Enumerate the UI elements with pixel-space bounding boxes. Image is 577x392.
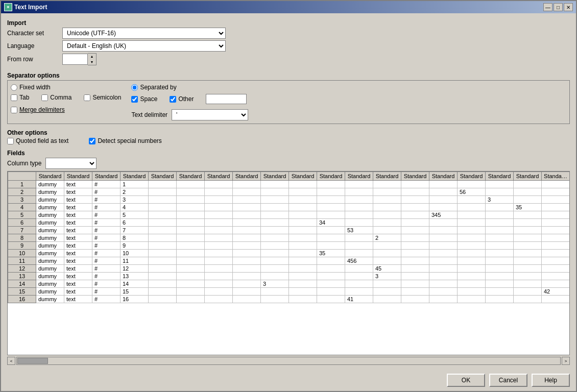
table-cell	[486, 181, 514, 188]
semicolon-checkbox[interactable]	[84, 94, 90, 101]
table-cell	[149, 196, 177, 204]
table-cell: #	[92, 250, 121, 257]
table-cell	[401, 242, 429, 250]
help-button[interactable]: Help	[532, 374, 570, 387]
table-cell: 10	[121, 250, 149, 257]
language-select[interactable]: Default - English (UK)	[62, 40, 226, 52]
text-delimiter-select[interactable]: '	[172, 109, 248, 120]
col-header-3: Standard	[92, 172, 121, 181]
data-table-container[interactable]: Standard Standard Standard Standard Stan…	[7, 171, 570, 355]
cancel-button[interactable]: Cancel	[489, 374, 527, 387]
table-cell: 9	[121, 242, 149, 250]
table-cell	[401, 227, 429, 234]
table-cell	[289, 219, 317, 227]
table-cell	[429, 227, 458, 234]
titlebar: ✦ Text Import — □ ✕	[1, 1, 576, 13]
table-cell	[429, 265, 458, 273]
table-cell	[514, 280, 542, 288]
horizontal-scrollbar[interactable]	[16, 357, 561, 365]
table-cell: #	[92, 181, 121, 188]
detect-special-checkbox[interactable]	[89, 138, 95, 144]
table-cell: dummy	[36, 188, 64, 196]
table-cell	[289, 196, 317, 204]
table-cell	[486, 288, 514, 296]
table-cell: 12	[121, 265, 149, 273]
table-cell	[177, 219, 205, 227]
fixed-width-radio[interactable]	[11, 84, 17, 91]
row-number: 16	[8, 296, 36, 303]
table-cell	[261, 227, 289, 234]
scroll-left-button[interactable]: <	[7, 357, 15, 365]
comma-checkbox[interactable]	[41, 94, 48, 101]
close-button[interactable]: ✕	[564, 3, 573, 11]
spinner-down[interactable]: ▼	[88, 59, 96, 65]
character-set-select[interactable]: Unicode (UTF-16)	[62, 28, 226, 39]
table-cell	[261, 188, 289, 196]
table-row: 12dummytext#1245	[8, 265, 570, 273]
import-section-label: Import	[7, 19, 570, 27]
col-header-1: Standard	[36, 172, 64, 181]
other-value-input[interactable]: ' '	[206, 94, 247, 104]
table-cell	[149, 188, 177, 196]
ok-button[interactable]: OK	[447, 374, 485, 387]
table-cell	[486, 227, 514, 234]
space-checkbox[interactable]	[131, 96, 138, 103]
table-cell	[542, 280, 570, 288]
table-cell	[149, 234, 177, 242]
main-content: Import Character set Unicode (UTF-16) La…	[1, 13, 576, 370]
table-cell	[289, 296, 317, 303]
separated-by-radio[interactable]	[131, 84, 138, 91]
tab-checkbox[interactable]	[11, 94, 17, 101]
table-cell	[458, 280, 486, 288]
table-cell	[261, 219, 289, 227]
other-checkbox[interactable]	[170, 96, 176, 103]
table-cell: text	[64, 234, 92, 242]
table-cell	[401, 265, 429, 273]
table-cell	[401, 288, 429, 296]
table-row: 3dummytext#33	[8, 196, 570, 204]
table-cell	[458, 242, 486, 250]
quoted-field-checkbox[interactable]	[7, 138, 14, 144]
table-cell	[345, 234, 373, 242]
table-cell	[149, 242, 177, 250]
table-cell	[149, 280, 177, 288]
from-row-input[interactable]: 1	[62, 54, 88, 65]
minimize-button[interactable]: —	[543, 3, 552, 11]
separator-options-section: Separator options Fixed width Tab	[7, 70, 570, 124]
table-cell	[514, 234, 542, 242]
maximize-button[interactable]: □	[554, 3, 563, 11]
table-cell	[429, 196, 458, 204]
table-cell: dummy	[36, 242, 64, 250]
table-cell	[261, 265, 289, 273]
col-header-9: Standard	[261, 172, 289, 181]
table-cell	[289, 234, 317, 242]
table-cell	[317, 280, 345, 288]
table-cell: dummy	[36, 181, 64, 188]
spinner-up[interactable]: ▲	[88, 54, 96, 59]
table-row: 2dummytext#256	[8, 188, 570, 196]
quoted-field-option: Quoted field as text	[7, 137, 68, 144]
column-type-label: Column type	[7, 160, 41, 167]
table-cell	[542, 296, 570, 303]
separated-by-option: Separated by	[131, 84, 566, 91]
table-cell: text	[64, 219, 92, 227]
table-cell	[289, 227, 317, 234]
table-cell	[177, 181, 205, 188]
table-cell	[514, 227, 542, 234]
table-cell	[149, 273, 177, 280]
detect-special-option: Detect special numbers	[89, 137, 161, 144]
table-cell	[205, 265, 233, 273]
column-type-select[interactable]	[45, 158, 97, 169]
scrollbar-thumb[interactable]	[17, 358, 48, 364]
table-cell	[542, 265, 570, 273]
table-cell	[261, 250, 289, 257]
table-header-row: Standard Standard Standard Standard Stan…	[8, 172, 570, 181]
table-cell	[261, 296, 289, 303]
table-cell: 16	[121, 296, 149, 303]
scroll-right-button[interactable]: >	[562, 357, 570, 365]
table-cell: 13	[121, 273, 149, 280]
merge-delimiters-checkbox[interactable]	[11, 107, 17, 113]
col-header-13: Standard	[373, 172, 401, 181]
table-cell	[177, 196, 205, 204]
table-cell	[289, 242, 317, 250]
